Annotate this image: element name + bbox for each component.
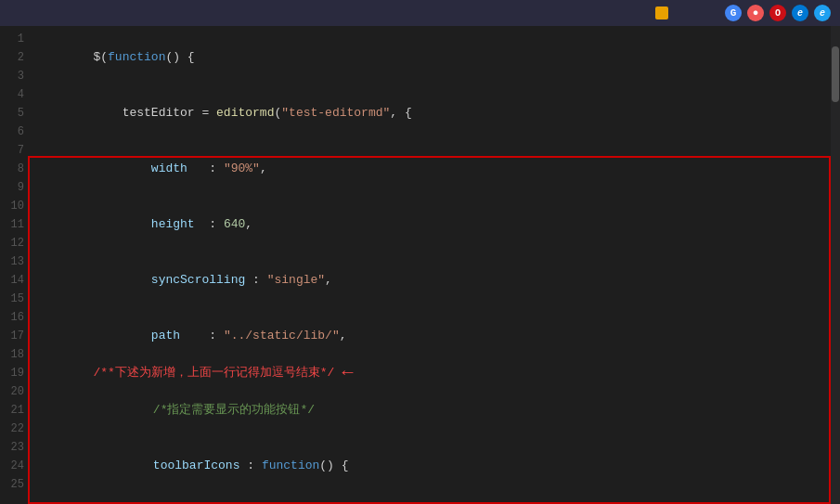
code-line-1: $(function() {: [28, 30, 831, 85]
code-editor: 1 2 3 4 5 6 7 8 9 10 11 12 13 14 15 16 1…: [0, 26, 840, 504]
code-content: $(function() { testEditor = editormd("te…: [28, 26, 831, 504]
code-line-6: path : "../static/lib/",: [28, 308, 831, 364]
editor-container: G ● O e e 1 2 3 4 5 6 7 8 9 10 11 12 13 …: [0, 0, 840, 504]
code-line-3: width : "90%",: [28, 141, 831, 197]
code-line-5: syncScrolling : "single",: [28, 252, 831, 308]
browser-bar: G ● O e e: [0, 0, 840, 26]
line-numbers: 1 2 3 4 5 6 7 8 9 10 11 12 13 14 15 16 1…: [0, 26, 28, 504]
opera-icon[interactable]: O: [769, 5, 786, 21]
code-line-8: /*指定需要显示的功能按钮*/: [28, 382, 831, 438]
code-line-2: testEditor = editormd("test-editormd", {: [28, 85, 831, 141]
scroll-thumb[interactable]: [832, 46, 839, 102]
code-line-10: return ["undo", "redo", "|","bold", "ita…: [28, 494, 831, 504]
ie-icon[interactable]: e: [792, 5, 808, 21]
code-line-4: height : 640,: [28, 197, 831, 252]
scrollbar[interactable]: [831, 26, 840, 504]
code-line-9: toolbarIcons : function() {: [28, 438, 831, 494]
chrome-icon[interactable]: G: [725, 5, 742, 21]
code-line-7: /**下述为新增，上面一行记得加逗号结束*/ ←: [28, 364, 831, 382]
firefox-icon[interactable]: ●: [747, 5, 764, 21]
edge-icon[interactable]: e: [814, 5, 831, 21]
orange-indicator: [655, 6, 668, 19]
